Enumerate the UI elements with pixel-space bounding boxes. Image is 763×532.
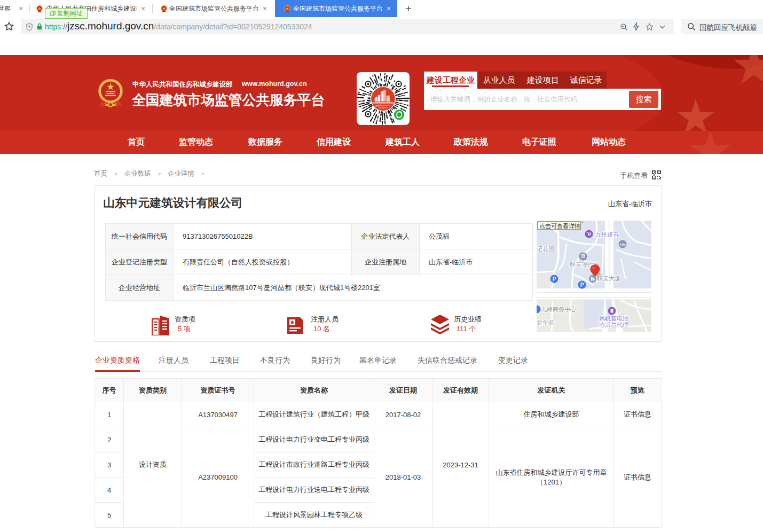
svg-text:风帆蓄电池: 风帆蓄电池 [599,315,628,322]
svg-text:公共服务平台: 公共服务平台 [379,107,388,109]
svg-text:临沂总代理: 临沂总代理 [599,322,628,328]
svg-text:九峰商务中心: 九峰商务中心 [541,306,576,312]
svg-text:P: P [553,276,556,282]
svg-text:九州超市: 九州超市 [595,231,619,238]
svg-text:P: P [580,282,584,288]
svg-text:新华苑: 新华苑 [537,319,554,326]
svg-text:ATM: ATM [620,243,626,246]
svg-text:点击可查看详情: 点击可查看详情 [539,223,580,229]
svg-text:记花园: 记花园 [537,246,554,252]
